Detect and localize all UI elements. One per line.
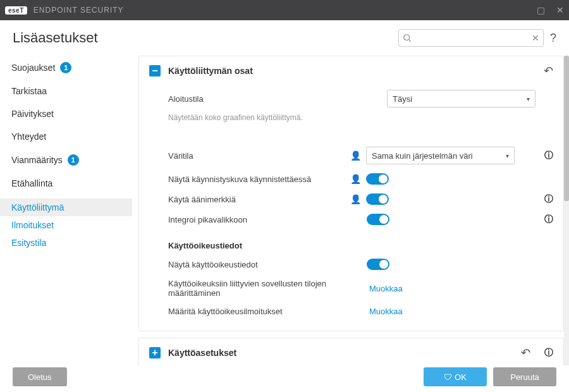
panel-ui-elements: − Käyttöliittymän osat ↶ Aloitustila Täy… bbox=[138, 56, 564, 331]
license-notif-label: Määritä käyttöoikeusilmoitukset bbox=[168, 307, 364, 316]
sidebar-item-label: Päivitykset bbox=[11, 109, 54, 119]
footer: Oletus 🛡 OK Peruuta bbox=[0, 362, 569, 392]
page-title: Lisäasetukset bbox=[13, 30, 98, 46]
sound-toggle[interactable] bbox=[366, 193, 389, 205]
start-mode-desc: Näytetään koko graafinen käyttöliittymä. bbox=[168, 113, 553, 122]
sidebar-item-label: Etähallinta bbox=[11, 178, 52, 188]
info-icon[interactable]: ⓘ bbox=[544, 193, 553, 205]
search-icon bbox=[403, 34, 412, 42]
edit-license-apps-link[interactable]: Muokkaa bbox=[369, 284, 403, 293]
collapse-icon[interactable]: − bbox=[149, 65, 161, 77]
sidebar-badge: 1 bbox=[68, 154, 79, 166]
app-logo: eseT ENDPOINT SECURITY bbox=[5, 6, 124, 15]
sidebar-sub-label: Ilmoitukset bbox=[11, 220, 54, 230]
scrollbar-thumb[interactable] bbox=[564, 56, 569, 201]
panel-title: Käyttöliittymän osat bbox=[168, 66, 253, 76]
color-label: Väritila bbox=[168, 151, 345, 161]
chevron-down-icon: ▾ bbox=[506, 152, 509, 159]
sidebar-item-label: Yhteydet bbox=[11, 132, 46, 142]
product-name: ENDPOINT SECURITY bbox=[34, 6, 124, 15]
dropdown-value: Sama kuin järjestelmän väri bbox=[372, 151, 473, 161]
maximize-icon[interactable]: ▢ bbox=[537, 5, 545, 15]
shield-icon: 🛡 bbox=[444, 372, 452, 382]
info-icon[interactable]: ⓘ bbox=[544, 214, 553, 225]
sidebar-sub-ui[interactable]: Käyttöliittymä bbox=[0, 199, 132, 216]
revert-icon[interactable]: ↶ bbox=[521, 346, 530, 360]
context-toggle[interactable] bbox=[367, 214, 389, 225]
help-icon[interactable]: ? bbox=[550, 32, 556, 45]
sidebar-item-connections[interactable]: Yhteydet bbox=[0, 125, 132, 148]
button-label: OK bbox=[455, 372, 467, 382]
sidebar-item-label: Vianmääritys bbox=[11, 155, 63, 165]
splash-toggle[interactable] bbox=[366, 173, 389, 185]
sidebar-item-diagnostics[interactable]: Vianmääritys 1 bbox=[0, 148, 132, 172]
license-apps-label: Käyttöoikeuksiin liittyvien sovellusten … bbox=[168, 279, 364, 298]
sidebar: Suojaukset 1 Tarkistaa Päivitykset Yhtey… bbox=[0, 56, 136, 365]
info-icon[interactable]: ⓘ bbox=[544, 150, 553, 161]
ok-button[interactable]: 🛡 OK bbox=[424, 367, 487, 386]
sidebar-item-remote[interactable]: Etähallinta bbox=[0, 172, 132, 195]
revert-icon[interactable]: ↶ bbox=[544, 64, 553, 78]
svg-line-1 bbox=[409, 40, 412, 42]
sidebar-item-updates[interactable]: Päivitykset bbox=[0, 102, 132, 125]
panel-title: Käyttöasetukset bbox=[168, 348, 236, 358]
show-license-toggle[interactable] bbox=[367, 259, 389, 270]
edit-license-notif-link[interactable]: Muokkaa bbox=[369, 307, 403, 316]
dropdown-value: Täysi bbox=[393, 94, 412, 104]
chevron-down-icon: ▾ bbox=[527, 95, 530, 102]
sidebar-sub-label: Esitystila bbox=[11, 238, 46, 248]
sidebar-badge: 1 bbox=[60, 62, 71, 73]
scrollbar-track[interactable] bbox=[564, 56, 569, 365]
sidebar-item-label: Suojaukset bbox=[11, 63, 55, 73]
sound-label: Käytä äänimerkkiä bbox=[168, 195, 345, 204]
sidebar-sub-label: Käyttöliittymä bbox=[11, 202, 64, 212]
splash-label: Näytä käynnistyskuva käynnistettäessä bbox=[168, 175, 345, 184]
sidebar-item-label: Tarkistaa bbox=[11, 86, 47, 96]
sidebar-sub-notifications[interactable]: Ilmoitukset bbox=[0, 216, 132, 234]
clear-icon[interactable]: ✕ bbox=[532, 33, 539, 43]
sidebar-item-scan[interactable]: Tarkistaa bbox=[0, 80, 132, 102]
search-input[interactable] bbox=[412, 34, 532, 42]
sidebar-sub-presentation[interactable]: Esitystila bbox=[0, 234, 132, 252]
cancel-button[interactable]: Peruuta bbox=[493, 367, 556, 386]
start-mode-dropdown[interactable]: Täysi ▾ bbox=[387, 90, 535, 107]
search-box[interactable]: ✕ bbox=[398, 29, 544, 47]
person-icon: 👤 bbox=[350, 150, 361, 161]
sidebar-item-protections[interactable]: Suojaukset 1 bbox=[0, 56, 132, 80]
main-content: − Käyttöliittymän osat ↶ Aloitustila Täy… bbox=[136, 56, 569, 365]
expand-icon[interactable]: + bbox=[149, 347, 161, 358]
svg-point-0 bbox=[404, 35, 410, 40]
info-icon[interactable]: ⓘ bbox=[544, 347, 553, 358]
person-icon: 👤 bbox=[350, 194, 361, 204]
color-dropdown[interactable]: Sama kuin järjestelmän väri ▾ bbox=[366, 147, 515, 164]
context-label: Integroi pikavalikkoon bbox=[168, 215, 345, 224]
show-license-label: Näytä käyttöoikeustiedot bbox=[168, 260, 345, 269]
license-header: Käyttöoikeustiedot bbox=[168, 241, 553, 250]
person-icon: 👤 bbox=[350, 174, 361, 184]
start-mode-label: Aloitustila bbox=[168, 94, 345, 104]
logo-badge: eseT bbox=[5, 6, 27, 15]
button-label: Peruuta bbox=[510, 372, 539, 382]
default-button[interactable]: Oletus bbox=[13, 367, 67, 386]
button-label: Oletus bbox=[28, 372, 52, 382]
close-icon[interactable]: ✕ bbox=[556, 5, 564, 15]
